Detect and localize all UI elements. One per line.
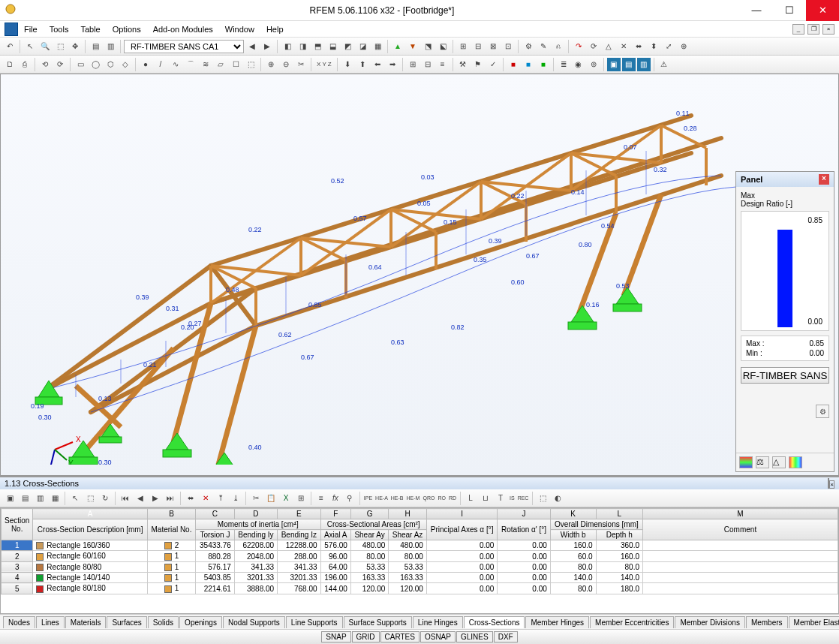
tb-b[interactable]: ◨ — [296, 40, 309, 53]
tab-solids[interactable]: Solids — [148, 616, 179, 628]
tt-qro[interactable]: QRO — [422, 492, 435, 505]
panel-module-button[interactable]: RF-TIMBER SANS — [741, 367, 829, 384]
tt-T[interactable]: T — [494, 492, 507, 505]
t2-x[interactable]: ⊞ — [406, 58, 420, 71]
tt-k[interactable]: ⏭ — [164, 492, 177, 505]
t2-p[interactable]: ⬚ — [244, 58, 257, 71]
t2-z[interactable]: ≡ — [436, 58, 450, 71]
tt-heb[interactable]: HE-B — [390, 492, 404, 505]
tb-j[interactable]: ⬔ — [421, 40, 435, 53]
cross-sections-table[interactable]: Section No. A B C D E F G H I J K L M Cr… — [1, 508, 838, 594]
t2-b[interactable]: ⎙ — [18, 58, 32, 71]
t2-cc[interactable]: ✓ — [486, 58, 500, 71]
tt-n[interactable]: ⤒ — [214, 492, 227, 505]
tb-w[interactable]: ⬌ — [632, 40, 645, 53]
menu-tools[interactable]: Tools — [44, 23, 75, 36]
dock-close-icon[interactable]: × — [829, 480, 834, 489]
tb-h[interactable]: ▲ — [391, 40, 404, 53]
tb-m[interactable]: ⊟ — [471, 40, 485, 53]
t2-g[interactable]: ⬡ — [104, 58, 117, 71]
tt-hem[interactable]: HE-M — [406, 492, 421, 505]
tb-l[interactable]: ⊞ — [456, 40, 470, 53]
menu-file[interactable]: File — [18, 23, 44, 36]
status-glines[interactable]: GLINES — [456, 631, 493, 642]
tb-x[interactable]: ⬍ — [647, 40, 660, 53]
table-row[interactable]: 5 Rectangle 80/180 1 2214.613888.00768.0… — [2, 583, 838, 594]
t2-s[interactable]: ✂ — [294, 58, 308, 71]
tb-i[interactable]: ▼ — [406, 40, 420, 53]
panel-tab-2[interactable]: ⚖ — [756, 456, 769, 468]
t2-j[interactable]: / — [154, 58, 167, 71]
table-row[interactable]: 1 Rectangle 160/360 2 35433.7662208.0012… — [2, 540, 838, 551]
tb-s[interactable]: ↷ — [572, 40, 585, 53]
loadcase-combo[interactable]: RF-TIMBER SANS CA1 — [124, 40, 244, 53]
tb-g[interactable]: ▦ — [371, 40, 384, 53]
tt-s[interactable]: ≡ — [314, 492, 328, 505]
t2-a[interactable]: 🗋 — [3, 58, 17, 71]
t2-xyz[interactable]: X Y Z — [314, 58, 334, 71]
status-cartes[interactable]: CARTES — [380, 631, 420, 642]
panel-tab-1[interactable] — [739, 456, 753, 468]
tb-r[interactable]: ⎌ — [552, 40, 565, 53]
t2-dd[interactable]: ■ — [507, 58, 520, 71]
tb-v[interactable]: ✕ — [617, 40, 630, 53]
tb-d[interactable]: ⬓ — [326, 40, 339, 53]
tb-k[interactable]: ⬕ — [436, 40, 450, 53]
tt-is[interactable]: IS — [509, 492, 516, 505]
panel-tab-4[interactable] — [789, 456, 802, 468]
mdi-restore[interactable]: ❐ — [807, 24, 819, 35]
tab-openings[interactable]: Openings — [179, 616, 222, 628]
tab-member-hinges[interactable]: Member Hinges — [525, 616, 589, 628]
tt-g[interactable]: ↻ — [98, 492, 112, 505]
t2-o[interactable]: ☐ — [229, 58, 242, 71]
tb-q[interactable]: ✎ — [537, 40, 550, 53]
tt-fx[interactable]: fx — [329, 492, 341, 505]
select-icon[interactable]: ↖ — [23, 40, 37, 53]
tt-rec[interactable]: REC — [517, 492, 530, 505]
t2-c[interactable]: ⟲ — [38, 58, 52, 71]
status-grid[interactable]: GRID — [352, 631, 380, 642]
zoom-icon[interactable]: 🔍 — [38, 40, 52, 53]
tab-surfaces[interactable]: Surfaces — [107, 616, 146, 628]
t2-h[interactable]: ◇ — [119, 58, 132, 71]
tab-cross-sections[interactable]: Cross-Sections — [464, 616, 525, 628]
tb-o[interactable]: ⊡ — [501, 40, 515, 53]
tb-c[interactable]: ⬒ — [311, 40, 324, 53]
t2-t[interactable]: ⬇ — [341, 58, 354, 71]
tt-ipe[interactable]: IPE — [363, 492, 373, 505]
t2-ee[interactable]: ■ — [522, 58, 535, 71]
t2-k[interactable]: ∿ — [169, 58, 182, 71]
tt-u[interactable]: ⊔ — [479, 492, 492, 505]
tab-nodes[interactable]: Nodes — [3, 616, 35, 628]
tt-d[interactable]: ▦ — [48, 492, 62, 505]
tt-r[interactable]: ⊞ — [294, 492, 308, 505]
t2-r[interactable]: ⊖ — [279, 58, 293, 71]
table-row[interactable]: 4 Rectangle 140/140 1 5403.853201.333201… — [2, 573, 838, 583]
tab-member-eccentricities[interactable]: Member Eccentricities — [590, 616, 674, 628]
tt-f[interactable]: ⬚ — [83, 492, 97, 505]
tab-line-hinges[interactable]: Line Hinges — [413, 616, 463, 628]
t2-v[interactable]: ⬅ — [371, 58, 384, 71]
t2-q[interactable]: ⊕ — [264, 58, 278, 71]
tab-members[interactable]: Members — [746, 616, 788, 628]
t2-jj[interactable]: ▣ — [607, 58, 621, 71]
panel-close-icon[interactable]: × — [819, 174, 829, 185]
tt-hea[interactable]: HE-A — [374, 492, 389, 505]
tt-l[interactable]: ⬌ — [184, 492, 197, 505]
t2-y[interactable]: ⊟ — [421, 58, 435, 71]
mdi-min[interactable]: _ — [792, 24, 804, 35]
maximize-button[interactable]: ☐ — [773, 0, 806, 21]
tt-v[interactable]: ⬚ — [536, 492, 549, 505]
undo-icon[interactable]: ↶ — [3, 40, 17, 53]
t2-hh[interactable]: ◉ — [572, 58, 585, 71]
tb-n[interactable]: ⊠ — [486, 40, 500, 53]
tt-c[interactable]: ▥ — [33, 492, 47, 505]
t2-kk[interactable]: ▤ — [622, 58, 636, 71]
t2-i[interactable]: ● — [139, 58, 152, 71]
panel-tab-3[interactable]: △ — [772, 456, 786, 468]
menu-table[interactable]: Table — [74, 23, 106, 36]
tt-j[interactable]: ▶ — [149, 492, 162, 505]
table-row[interactable]: 2 Rectangle 60/160 1 880.282048.00288.00… — [2, 551, 838, 561]
tt-q[interactable]: 📋 — [264, 492, 278, 505]
view1-icon[interactable]: ▤ — [89, 40, 102, 53]
